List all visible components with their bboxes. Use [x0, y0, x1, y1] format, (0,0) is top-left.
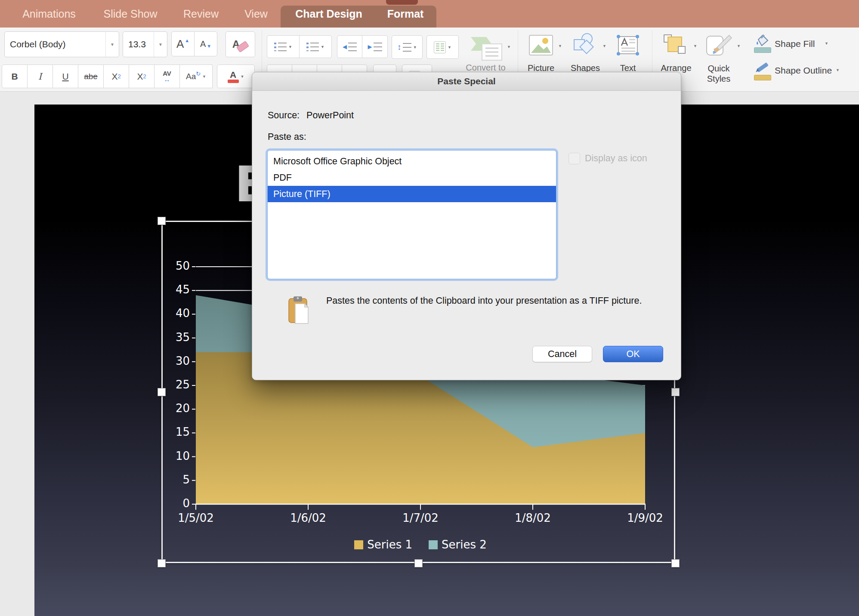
strikethrough-icon: abe — [84, 72, 98, 81]
chevron-down-icon[interactable]: ▼ — [507, 45, 511, 49]
chevron-down-icon[interactable]: ▼ — [558, 44, 562, 48]
bullets-button[interactable]: ▼ — [267, 35, 300, 58]
shapes-button[interactable] — [572, 33, 598, 59]
paste-option[interactable]: PDF — [268, 169, 556, 186]
selection-handle[interactable] — [158, 388, 166, 396]
x-axis-label: 1/6/02 — [274, 511, 343, 524]
y-axis-label: 50 — [161, 259, 190, 272]
tab-view[interactable]: View — [243, 0, 269, 28]
subscript-icon: X — [137, 71, 143, 82]
powerpoint-window: AnimationsSlide ShowReviewViewChart Desi… — [0, 0, 859, 616]
shape-fill-button[interactable] — [754, 34, 771, 53]
y-axis-label: 40 — [161, 307, 190, 320]
dialog-title-bar[interactable]: Paste Special — [252, 72, 681, 91]
line-spacing-button[interactable]: ↕ ▼ — [392, 35, 423, 59]
convert-to-label: Convert to — [450, 63, 521, 73]
decrease-indent-button[interactable]: ◀ — [337, 35, 362, 58]
convert-to-smartart-button[interactable]: ▼ — [467, 33, 510, 63]
numbering-button[interactable]: ▼ — [299, 35, 332, 58]
chevron-down-icon[interactable]: ▼ — [603, 44, 606, 48]
dialog-description: Pastes the contents of the Clipboard int… — [326, 293, 673, 308]
legend-swatch — [354, 540, 363, 549]
clear-formatting-button[interactable]: A — [226, 31, 255, 57]
chevron-down-icon[interactable]: ▼ — [321, 45, 324, 49]
text-box-button[interactable] — [615, 34, 640, 59]
tab-animations[interactable]: Animations — [20, 0, 78, 28]
increase-indent-button[interactable]: ▶ — [362, 35, 388, 58]
chevron-down-icon[interactable]: ▼ — [836, 68, 840, 72]
chevron-down-icon[interactable]: ▼ — [154, 32, 167, 57]
italic-button[interactable]: I — [27, 65, 53, 88]
chevron-down-icon[interactable]: ▼ — [105, 32, 119, 57]
down-arrow-icon: ▼ — [207, 43, 211, 49]
tab-chart-design[interactable]: Chart Design — [290, 0, 368, 28]
font-size-combobox[interactable]: 13.3 ▼ — [123, 31, 167, 57]
selection-handle[interactable] — [414, 559, 423, 567]
chevron-down-icon[interactable]: ▼ — [825, 41, 828, 46]
bold-button[interactable]: B — [2, 65, 28, 88]
paste-as-label: Paste as: — [268, 132, 306, 142]
tab-review[interactable]: Review — [182, 0, 220, 28]
font-color-swatch — [228, 80, 239, 83]
chevron-down-icon: ▼ — [202, 74, 206, 79]
paste-as-listbox[interactable]: Microsoft Office Graphic ObjectPDFPictur… — [267, 150, 556, 279]
chevron-down-icon[interactable]: ▼ — [448, 45, 451, 49]
selection-handle[interactable] — [671, 559, 680, 567]
chevron-down-icon[interactable]: ▼ — [413, 45, 417, 49]
arrange-button[interactable] — [663, 34, 688, 59]
paste-option[interactable]: Microsoft Office Graphic Object — [268, 153, 556, 169]
shape-fill-label: Shape Fill — [775, 39, 815, 49]
chevron-down-icon[interactable]: ▼ — [288, 45, 292, 49]
character-spacing-button[interactable]: AV ↔ — [154, 65, 180, 88]
window-accent-tab — [386, 0, 418, 5]
paste-option-selected[interactable]: Picture (TIFF) — [268, 186, 556, 202]
font-name-combobox[interactable]: Corbel (Body) ▼ — [4, 31, 119, 57]
y-axis-label: 15 — [161, 425, 190, 438]
source-row: Source: PowerPoint — [268, 110, 354, 121]
shapes-icon — [572, 33, 598, 57]
smartart-icon — [467, 33, 510, 63]
legend-label: Series 1 — [367, 538, 412, 551]
shrink-font-button[interactable]: A ▼ — [194, 31, 217, 56]
chart-legend: Series 1Series 2 — [196, 538, 645, 551]
shrink-font-icon: A — [200, 39, 206, 49]
arrange-icon — [663, 34, 688, 57]
font-name-value: Corbel (Body) — [5, 39, 105, 49]
picture-button[interactable] — [529, 35, 553, 58]
chevron-down-icon[interactable]: ▼ — [241, 74, 244, 79]
ribbon-tab-bar: AnimationsSlide ShowReviewViewChart Desi… — [0, 0, 859, 28]
display-as-icon-row: Display as icon — [569, 153, 647, 164]
display-as-icon-label: Display as icon — [585, 153, 647, 164]
subscript-button[interactable]: X 2 — [129, 65, 154, 88]
grow-font-icon: A — [176, 37, 184, 51]
selection-handle[interactable] — [671, 388, 680, 396]
clipboard-icon — [287, 295, 311, 325]
grow-font-button[interactable]: A ▲ — [171, 31, 195, 56]
cancel-button[interactable]: Cancel — [532, 346, 592, 362]
y-axis-label: 0 — [161, 497, 190, 510]
dialog-title: Paste Special — [437, 76, 495, 86]
y-axis-label: 5 — [161, 473, 190, 486]
shape-outline-label: Shape Outline — [775, 65, 832, 76]
chevron-down-icon[interactable]: ▼ — [737, 44, 741, 48]
strikethrough-button[interactable]: abe — [78, 65, 104, 88]
ok-button[interactable]: OK — [603, 346, 663, 362]
up-arrow-icon: ▲ — [185, 38, 189, 43]
display-as-icon-checkbox[interactable] — [569, 153, 580, 164]
quick-styles-icon — [705, 33, 732, 58]
shape-outline-button[interactable] — [754, 61, 771, 80]
quick-styles-button[interactable] — [705, 33, 732, 59]
legend-item: Series 2 — [429, 538, 487, 551]
tab-slide-show[interactable]: Slide Show — [101, 0, 160, 28]
selection-handle[interactable] — [158, 217, 166, 225]
selection-handle[interactable] — [158, 559, 166, 567]
paste-special-dialog: Paste Special Source: PowerPoint Paste a… — [252, 72, 681, 380]
columns-button[interactable]: ▼ — [426, 35, 459, 59]
shape-outline-swatch — [754, 75, 771, 80]
change-case-button[interactable]: Aa ↻ ▼ — [179, 65, 213, 88]
x-axis-label: 1/7/02 — [386, 511, 455, 524]
font-color-button[interactable]: A ▼ — [217, 65, 255, 88]
underline-button[interactable]: U — [53, 65, 78, 88]
chevron-down-icon[interactable]: ▼ — [693, 44, 697, 48]
superscript-button[interactable]: X 2 — [103, 65, 129, 88]
